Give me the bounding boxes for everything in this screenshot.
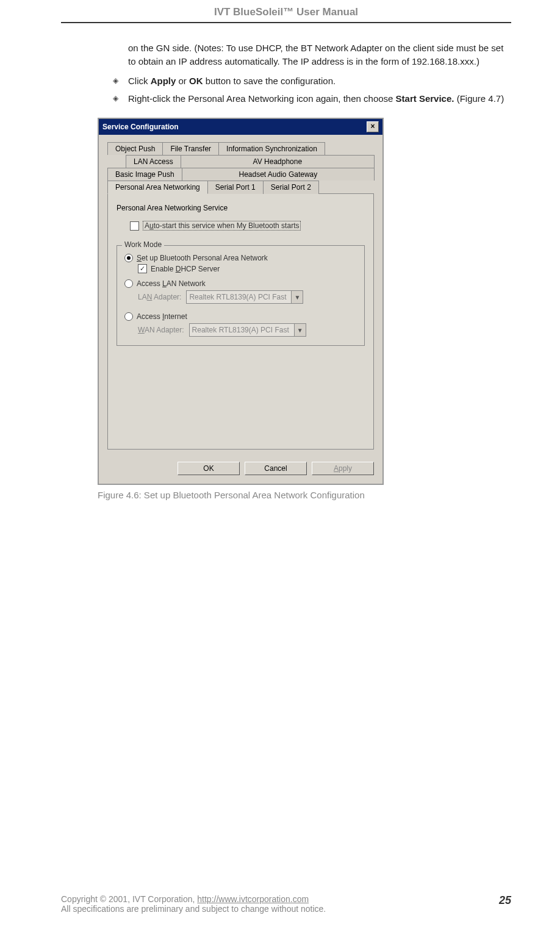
footer-copyright: Copyright © 2001, IVT Corporation, (61, 894, 197, 904)
apply-button[interactable]: Apply (312, 462, 374, 475)
page-footer: 25 Copyright © 2001, IVT Corporation, ht… (61, 894, 511, 914)
autostart-checkbox[interactable] (130, 221, 139, 231)
tab-basic-image-push[interactable]: Basic Image Push (107, 168, 182, 181)
lan-adapter-label: LAN Adapter: (138, 293, 181, 301)
tab-object-push[interactable]: Object Push (107, 142, 163, 155)
dhcp-label: Enable DHCP Server (151, 265, 220, 273)
dhcp-checkbox[interactable]: ✓ (138, 264, 147, 273)
tab-serial-port-1[interactable]: Serial Port 1 (207, 181, 264, 194)
tab-info-sync[interactable]: Information Synchronization (218, 142, 325, 155)
radio-access-internet-label: Access Internet (137, 312, 187, 321)
bullet1-pre: Click (128, 76, 151, 86)
header-rule (61, 22, 511, 23)
bullet-icon: ◈ (113, 92, 128, 106)
wan-adapter-value: Realtek RTL8139(A) PCI Fast (190, 326, 294, 334)
bullet2-post: (Figure 4.7) (454, 93, 504, 104)
wan-adapter-combo[interactable]: Realtek RTL8139(A) PCI Fast ▼ (189, 323, 306, 337)
bullet2-bold: Start Service. (396, 93, 454, 104)
bullet-item-1: Click Apply or OK button to save the con… (128, 74, 511, 88)
wan-adapter-label: WAN Adapter: (138, 326, 184, 334)
dialog-title: Service Configuration (102, 123, 179, 131)
tab-headset-gateway[interactable]: Headset Audio Gateway (182, 168, 375, 181)
tab-serial-port-2[interactable]: Serial Port 2 (263, 181, 319, 194)
doc-header-title: IVT BlueSoleil™ User Manual (61, 6, 511, 22)
footer-link[interactable]: http://www.ivtcorporation.com (197, 894, 309, 904)
radio-access-lan[interactable] (124, 279, 133, 288)
bullet1-mid: or (176, 76, 189, 86)
tab-av-headphone[interactable]: AV Headphone (181, 155, 375, 168)
lan-adapter-value: Realtek RTL8139(A) PCI Fast (187, 293, 291, 301)
bullet2-pre: Right-click the Personal Area Networking… (128, 93, 396, 104)
radio-access-internet[interactable] (124, 312, 133, 321)
bullet1-bold2: OK (189, 76, 203, 86)
radio-setup-pan-label: Set up Bluetooth Personal Area Network (137, 254, 268, 262)
ok-button[interactable]: OK (178, 462, 240, 475)
tab-lan-access[interactable]: LAN Access (126, 155, 181, 168)
service-config-dialog: Service Configuration × Object Push File… (98, 118, 384, 485)
radio-setup-pan[interactable] (124, 254, 133, 262)
footer-disclaimer: All specifications are preliminary and s… (61, 904, 511, 914)
bullet-item-2: Right-click the Personal Area Networking… (128, 92, 511, 106)
cancel-button[interactable]: Cancel (245, 462, 307, 475)
tab-file-transfer[interactable]: File Transfer (162, 142, 219, 155)
page-number: 25 (499, 894, 511, 907)
bullet1-bold1: Apply (151, 76, 176, 86)
bullet-icon: ◈ (113, 74, 128, 88)
close-icon[interactable]: × (367, 121, 379, 132)
paragraph-continuation: on the GN side. (Notes: To use DHCP, the… (128, 41, 511, 68)
autostart-label: Auto-start this service when My Bluetoot… (143, 221, 301, 231)
lan-adapter-combo[interactable]: Realtek RTL8139(A) PCI Fast ▼ (186, 290, 303, 304)
pane-heading: Personal Area Networking Service (117, 204, 365, 212)
figure-caption: Figure 4.6: Set up Bluetooth Personal Ar… (98, 490, 511, 500)
chevron-down-icon[interactable]: ▼ (294, 324, 306, 336)
chevron-down-icon[interactable]: ▼ (291, 291, 303, 303)
radio-access-lan-label: Access LAN Network (137, 279, 206, 288)
workmode-legend: Work Mode (122, 240, 164, 249)
bullet1-post: button to save the configuration. (203, 76, 336, 86)
tab-pan[interactable]: Personal Area Networking (107, 181, 208, 194)
